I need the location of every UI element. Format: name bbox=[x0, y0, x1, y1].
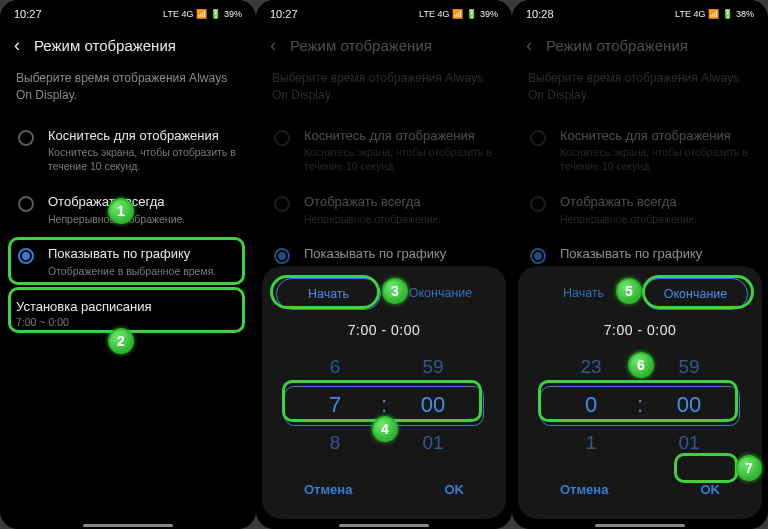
radio-icon[interactable] bbox=[18, 196, 34, 212]
phone-screen-3: 10:28 LTE 4G 📶 🔋38% ‹Режим отображения В… bbox=[512, 0, 768, 529]
annotation-badge-2: 2 bbox=[108, 328, 134, 354]
back-icon[interactable]: ‹ bbox=[14, 36, 20, 54]
time-picker-sheet: Начать Окончание 7:00 - 0:00 659 7:00 80… bbox=[262, 266, 506, 519]
status-bar: 10:28 LTE 4G 📶 🔋38% bbox=[512, 0, 768, 28]
ok-button[interactable]: OK bbox=[435, 476, 475, 503]
option-tap[interactable]: Коснитесь для отображения Коснитесь экра… bbox=[2, 118, 254, 184]
status-bar: 10:27 LTE 4G 📶 🔋39% bbox=[256, 0, 512, 28]
radio-icon[interactable] bbox=[18, 130, 34, 146]
time-range: 7:00 - 0:00 bbox=[532, 322, 748, 338]
annotation-badge-7: 7 bbox=[736, 455, 762, 481]
start-tab[interactable]: Начать bbox=[276, 278, 381, 310]
schedule-range: 7:00 ~ 0:00 bbox=[16, 316, 240, 328]
dialog-actions: Отмена OK bbox=[276, 466, 492, 503]
end-tab[interactable]: Окончание bbox=[643, 278, 748, 310]
status-time: 10:27 bbox=[270, 8, 298, 20]
option-title: Коснитесь для отображения bbox=[48, 128, 238, 145]
annotation-badge-3: 3 bbox=[382, 278, 408, 304]
status-right: LTE 4G 📶 🔋39% bbox=[163, 9, 242, 19]
status-right: LTE 4G 📶 🔋38% bbox=[675, 9, 754, 19]
annotation-badge-4: 4 bbox=[372, 416, 398, 442]
option-subtitle: Отображение в выбранное время. bbox=[48, 265, 238, 279]
time-picker-sheet: Начать Окончание 7:00 - 0:00 2359 0:00 1… bbox=[518, 266, 762, 519]
back-icon[interactable]: ‹ bbox=[270, 36, 276, 54]
status-right: LTE 4G 📶 🔋39% bbox=[419, 9, 498, 19]
annotation-badge-1: 1 bbox=[108, 198, 134, 224]
annotation-badge-5: 5 bbox=[616, 278, 642, 304]
radio-icon[interactable] bbox=[18, 248, 34, 264]
option-schedule[interactable]: Показывать по графику Отображение в выбр… bbox=[2, 236, 254, 289]
schedule-title: Установка расписания bbox=[16, 299, 240, 314]
back-icon[interactable]: ‹ bbox=[526, 36, 532, 54]
page-title: Режим отображения bbox=[34, 37, 176, 54]
status-time: 10:28 bbox=[526, 8, 554, 20]
page-description: Выберите время отображения Always On Dis… bbox=[0, 64, 256, 118]
option-subtitle: Непрерывное отображение. bbox=[48, 213, 238, 227]
screen-header: ‹ Режим отображения bbox=[0, 28, 256, 64]
time-range: 7:00 - 0:00 bbox=[276, 322, 492, 338]
cancel-button[interactable]: Отмена bbox=[550, 476, 618, 503]
option-subtitle: Коснитесь экрана, чтобы отобразить в теч… bbox=[48, 146, 238, 173]
dialog-actions: Отмена OK bbox=[532, 466, 748, 503]
option-title: Показывать по графику bbox=[48, 246, 238, 263]
time-picker[interactable]: 659 7:00 801 bbox=[278, 348, 490, 466]
cancel-button[interactable]: Отмена bbox=[294, 476, 362, 503]
status-bar: 10:27 LTE 4G 📶 🔋39% bbox=[0, 0, 256, 28]
nav-bar bbox=[83, 524, 173, 527]
phone-screen-1: 10:27 LTE 4G 📶 🔋39% ‹ Режим отображения … bbox=[0, 0, 256, 529]
nav-bar bbox=[595, 524, 685, 527]
ok-button[interactable]: OK bbox=[691, 476, 731, 503]
nav-bar bbox=[339, 524, 429, 527]
status-time: 10:27 bbox=[14, 8, 42, 20]
annotation-badge-6: 6 bbox=[628, 352, 654, 378]
phone-screen-2: 10:27 LTE 4G 📶 🔋39% ‹Режим отображения В… bbox=[256, 0, 512, 529]
option-title: Отображать всегда bbox=[48, 194, 238, 211]
